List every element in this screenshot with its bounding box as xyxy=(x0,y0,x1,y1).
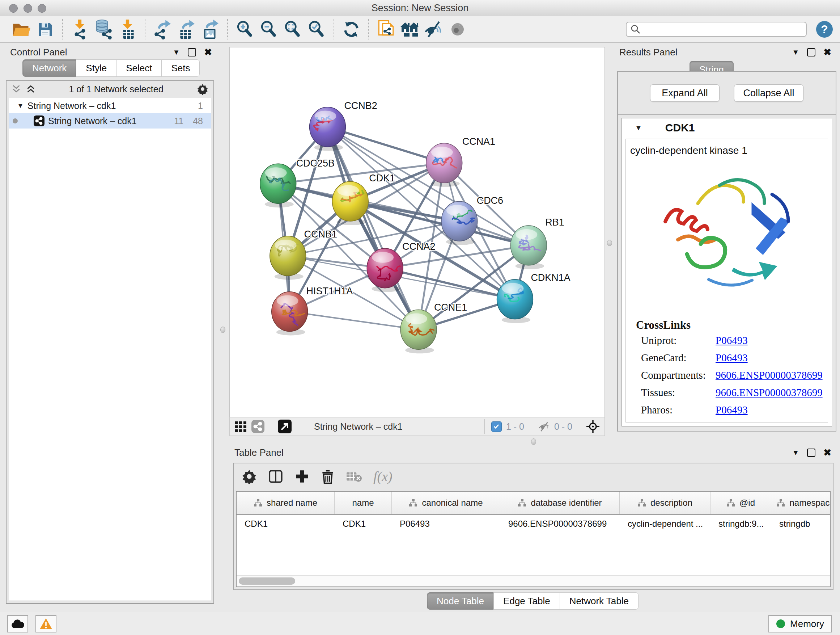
apply-layout-button[interactable] xyxy=(341,19,362,40)
tab-style[interactable]: Style xyxy=(76,59,117,77)
toolbar-separator xyxy=(485,419,485,434)
clone-network-button[interactable] xyxy=(376,19,396,40)
grid-view-icon[interactable] xyxy=(234,420,247,433)
results-panel: Results Panel ▼ ✖ String Expand All Coll… xyxy=(613,46,836,437)
save-session-button[interactable] xyxy=(35,19,55,40)
graph-node-CCNB2[interactable]: CCNB2 xyxy=(309,100,377,151)
crosslink-row: Compartments:9606.ENSP00000378699 xyxy=(636,369,828,381)
show-all-houses-button[interactable] xyxy=(400,19,420,40)
tab-select[interactable]: Select xyxy=(116,59,162,77)
results-panel-close-icon[interactable]: ✖ xyxy=(823,49,831,56)
table-horizontal-scrollbar[interactable] xyxy=(237,575,830,586)
import-network-file-button[interactable] xyxy=(70,19,90,40)
column-header--id[interactable]: @id xyxy=(711,492,771,514)
tab-node-table[interactable]: Node Table xyxy=(427,592,494,610)
horizontal-splitter[interactable] xyxy=(217,437,840,446)
zoom-fit-button[interactable] xyxy=(283,19,303,40)
tab-network[interactable]: Network xyxy=(22,59,76,77)
column-header-namespace[interactable]: namespace xyxy=(771,492,831,514)
export-table-button[interactable] xyxy=(176,19,196,40)
crosslink-link[interactable]: P06493 xyxy=(715,352,748,364)
crosslink-link[interactable]: 9606.ENSP00000378699 xyxy=(715,369,823,381)
table-row[interactable]: CDK1CDK1P064939606.ENSP00000378699cyclin… xyxy=(237,515,830,533)
graph-node-CCNB1[interactable]: CCNB1 xyxy=(270,229,337,280)
expand-all-button[interactable]: Expand All xyxy=(650,84,720,102)
window-minimize-button[interactable] xyxy=(24,4,32,13)
column-header-database-identifier[interactable]: database identifier xyxy=(500,492,620,514)
collapse-all-chevrons-icon[interactable] xyxy=(26,84,35,94)
control-panel-menu-arrow-icon[interactable]: ▼ xyxy=(172,48,180,57)
tab-network-table[interactable]: Network Table xyxy=(560,592,638,610)
export-image-button[interactable] xyxy=(200,19,220,40)
network-share-badge-icon xyxy=(34,116,44,126)
column-header-name[interactable]: name xyxy=(335,492,392,514)
graph-node-RB1[interactable]: RB1 xyxy=(510,217,564,269)
node-table[interactable]: shared namenamecanonical namedatabase id… xyxy=(236,491,831,587)
table-panel-menu-arrow-icon[interactable]: ▼ xyxy=(792,448,799,457)
save-floppy-icon xyxy=(36,21,54,38)
show-columns-icon[interactable] xyxy=(268,469,284,484)
expand-all-chevrons-icon[interactable] xyxy=(11,84,21,94)
tab-sets[interactable]: Sets xyxy=(161,59,200,77)
graph-node-HIST1H1A[interactable]: HIST1H1A xyxy=(272,286,353,336)
network-collection-row[interactable]: ▼ String Network – cdk1 1 xyxy=(9,98,211,113)
graph-node-label-CDC6: CDC6 xyxy=(477,195,503,206)
import-table-button[interactable] xyxy=(118,19,138,40)
preview-eye-disabled-button[interactable] xyxy=(447,19,468,40)
results-panel-menu-arrow-icon[interactable]: ▼ xyxy=(792,48,799,57)
search-input[interactable] xyxy=(626,22,807,37)
zoom-out-button[interactable] xyxy=(259,19,279,40)
function-builder-icon-disabled[interactable]: f(x) xyxy=(373,469,393,485)
collapse-all-button[interactable]: Collapse All xyxy=(734,84,804,102)
export-network-button[interactable] xyxy=(152,19,172,40)
column-header-canonical-name[interactable]: canonical name xyxy=(392,492,500,514)
zoom-in-button[interactable] xyxy=(235,19,255,40)
column-header-description[interactable]: description xyxy=(620,492,711,514)
control-panel-close-icon[interactable]: ✖ xyxy=(204,49,212,56)
add-column-plus-icon[interactable] xyxy=(294,469,309,484)
table-panel-close-icon[interactable]: ✖ xyxy=(823,449,831,456)
import-network-database-button[interactable] xyxy=(94,19,114,40)
control-panel-float-icon[interactable] xyxy=(188,48,196,57)
graph-node-label-CCNA2: CCNA2 xyxy=(402,241,435,252)
network-row-selected[interactable]: String Network – cdk1 11 48 xyxy=(9,113,211,128)
warnings-button[interactable] xyxy=(35,615,57,632)
graph-node-CDC25B[interactable]: CDC25B xyxy=(260,158,335,207)
right-splitter[interactable] xyxy=(606,46,613,437)
crosslink-link[interactable]: 9606.ENSP00000378699 xyxy=(715,386,823,399)
crosslink-row: Tissues:9606.ENSP00000378699 xyxy=(636,386,828,399)
gene-collapse-arrow-icon[interactable]: ▼ xyxy=(635,124,642,132)
delete-column-trash-icon[interactable] xyxy=(321,469,335,484)
scrollbar-thumb[interactable] xyxy=(239,578,295,585)
hidden-eye-icon[interactable] xyxy=(538,421,550,432)
tree-expand-arrow-icon[interactable]: ▼ xyxy=(17,102,24,110)
network-share-gray-icon[interactable] xyxy=(251,420,264,433)
results-panel-float-icon[interactable] xyxy=(807,48,815,57)
column-header-shared-name[interactable]: shared name xyxy=(237,492,335,514)
memory-button[interactable]: Memory xyxy=(768,615,832,632)
crosslink-link[interactable]: P06493 xyxy=(715,404,748,416)
network-graph[interactable]: CCNB2CCNA1CDC25BCDK1CDC6RB1CCNB1CCNA2CDK… xyxy=(229,47,605,417)
detach-view-icon[interactable] xyxy=(278,420,292,433)
hide-selected-button[interactable] xyxy=(424,19,444,40)
window-close-button[interactable] xyxy=(9,4,18,13)
tab-edge-table[interactable]: Edge Table xyxy=(493,592,560,610)
network-options-gear-icon[interactable] xyxy=(197,83,208,95)
help-button[interactable]: ? xyxy=(816,21,833,38)
left-splitter[interactable] xyxy=(217,46,228,437)
graph-node-CDKN1A[interactable]: CDKN1A xyxy=(497,272,570,323)
zoom-in-icon xyxy=(236,20,254,38)
graph-node-label-HIST1H1A: HIST1H1A xyxy=(306,286,353,296)
gene-name: CDK1 xyxy=(665,122,695,134)
open-session-button[interactable] xyxy=(11,19,32,40)
delete-table-icon-disabled[interactable] xyxy=(346,469,363,484)
window-zoom-button[interactable] xyxy=(38,4,46,13)
selected-checkbox-icon[interactable] xyxy=(491,421,502,432)
zoom-selected-button[interactable] xyxy=(306,19,327,40)
column-header-label: shared name xyxy=(267,498,317,508)
birds-eye-crosshair-icon[interactable] xyxy=(586,419,600,434)
cloud-status-button[interactable] xyxy=(7,615,28,632)
table-options-gear-icon[interactable] xyxy=(242,469,257,484)
crosslink-link[interactable]: P06493 xyxy=(715,334,748,347)
table-panel-float-icon[interactable] xyxy=(807,448,815,457)
